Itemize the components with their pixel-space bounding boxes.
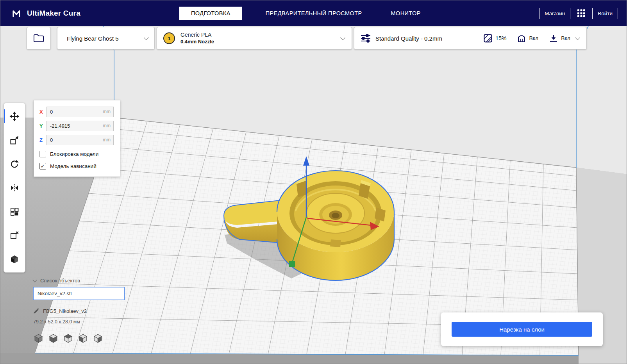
infill-icon [484, 34, 492, 43]
tool-rotate[interactable] [4, 152, 25, 176]
folder-icon [33, 34, 44, 43]
rotate-icon [10, 159, 19, 169]
tool-extensions[interactable] [4, 247, 25, 271]
marketplace-button[interactable]: Магазин [539, 8, 570, 19]
chevron-down-icon [340, 35, 345, 40]
support-blocker-icon [10, 231, 19, 240]
adhesion-value: Вкл [561, 35, 570, 41]
printer-selector[interactable]: Flying Bear Ghost 5 [57, 27, 155, 50]
view-3d-icon[interactable] [33, 333, 44, 344]
infill-setting: 15% [484, 34, 506, 43]
object-list-header[interactable]: Список объектов [33, 278, 125, 284]
adhesion-icon [549, 34, 558, 43]
support-icon [517, 34, 526, 43]
header-right: Магазин Войти [539, 0, 618, 26]
model-dimensions: 79.2 x 52.0 x 28.0 мм [33, 319, 125, 325]
scale-icon [10, 136, 19, 145]
apps-grid-icon[interactable] [577, 9, 586, 18]
print-settings-selector[interactable]: Standard Quality - 0.2mm 15% Вкл Вкл [354, 27, 587, 50]
y-axis-row: Y mm [39, 121, 114, 131]
nozzle-size: 0.4mm Nozzle [180, 39, 214, 45]
tool-sidebar [4, 103, 25, 273]
z-axis-label: Z [39, 137, 46, 143]
ultimaker-logo-icon [11, 9, 22, 18]
collapse-chevron-icon [32, 278, 37, 282]
tool-per-model-settings[interactable] [4, 200, 25, 223]
object-list-title: Список объектов [40, 278, 80, 284]
view-front-icon[interactable] [48, 333, 59, 344]
job-name-row[interactable]: FBG5_Nikolaev_v2 [33, 308, 125, 314]
support-value: Вкл [529, 35, 538, 41]
chevron-down-icon [575, 35, 580, 40]
y-unit-label: mm [103, 123, 111, 128]
z-unit-label: mm [103, 137, 111, 143]
view-left-icon[interactable] [78, 333, 88, 344]
stage-tabs: ПОДГОТОВКА ПРЕДВАРИТЕЛЬНЫЙ ПРОСМОТР МОНИ… [179, 0, 426, 26]
per-model-settings-icon [10, 207, 19, 216]
chevron-down-icon [144, 35, 149, 40]
x-unit-label: mm [103, 109, 111, 114]
move-tool-panel: X mm Y mm Z mm Блокировка модели [34, 100, 120, 177]
object-list: Список объектов Nikolaev_v2.stl FBG5_Nik… [33, 278, 125, 344]
adhesion-setting: Вкл [549, 34, 570, 43]
cura-window: UltiMaker Cura ПОДГОТОВКА ПРЕДВАРИТЕЛЬНЫ… [0, 0, 627, 364]
tab-prepare[interactable]: ПОДГОТОВКА [179, 7, 242, 20]
x-axis-label: X [39, 109, 46, 115]
lock-model-label: Блокировка модели [50, 151, 98, 157]
extruder-badge: 1 [163, 32, 175, 44]
slice-panel: Нарезка на слои [441, 312, 603, 346]
drop-model-label: Модель нависаний [50, 163, 96, 169]
material-info: Generic PLA 0.4mm Nozzle [180, 32, 214, 45]
drop-model-checkbox[interactable]: ✓ [39, 163, 46, 170]
app-logo: UltiMaker Cura [11, 9, 80, 18]
header: UltiMaker Cura ПОДГОТОВКА ПРЕДВАРИТЕЛЬНЫ… [0, 0, 627, 26]
tool-mirror[interactable] [4, 176, 25, 200]
lock-model-row: Блокировка модели [39, 151, 114, 157]
profile-label: Standard Quality - 0.2mm [375, 35, 484, 42]
mirror-icon [10, 183, 19, 193]
z-axis-row: Z mm [39, 135, 114, 145]
printer-name: Flying Bear Ghost 5 [67, 35, 119, 42]
view-right-icon[interactable] [93, 333, 103, 344]
slice-button[interactable]: Нарезка на слои [452, 322, 592, 337]
app-title: UltiMaker Cura [27, 9, 80, 18]
lock-model-checkbox[interactable] [39, 151, 46, 157]
job-name: FBG5_Nikolaev_v2 [43, 308, 87, 314]
tab-preview[interactable]: ПРЕДВАРИТЕЛЬНЫЙ ПРОСМОТР [260, 7, 368, 20]
tool-scale[interactable] [4, 128, 25, 152]
material-name: Generic PLA [180, 32, 214, 39]
sign-in-button[interactable]: Войти [592, 8, 618, 19]
tab-monitor[interactable]: МОНИТОР [386, 7, 426, 20]
pencil-icon [33, 308, 39, 314]
view-top-icon[interactable] [63, 333, 73, 344]
material-selector[interactable]: 1 Generic PLA 0.4mm Nozzle [157, 27, 352, 50]
y-axis-label: Y [39, 123, 46, 129]
move-icon [9, 111, 20, 121]
check-icon: ✓ [41, 164, 45, 169]
support-setting: Вкл [517, 34, 538, 43]
object-list-item[interactable]: Nikolaev_v2.stl [33, 287, 125, 300]
view-presets [33, 333, 125, 344]
drop-model-row: ✓ Модель нависаний [39, 163, 114, 170]
sliders-icon [361, 34, 371, 43]
cube-icon [10, 255, 19, 264]
infill-value: 15% [495, 35, 506, 41]
tool-support-blocker[interactable] [4, 223, 25, 247]
open-file-button[interactable] [27, 27, 51, 50]
x-axis-row: X mm [39, 107, 114, 117]
tool-move[interactable] [4, 104, 25, 128]
